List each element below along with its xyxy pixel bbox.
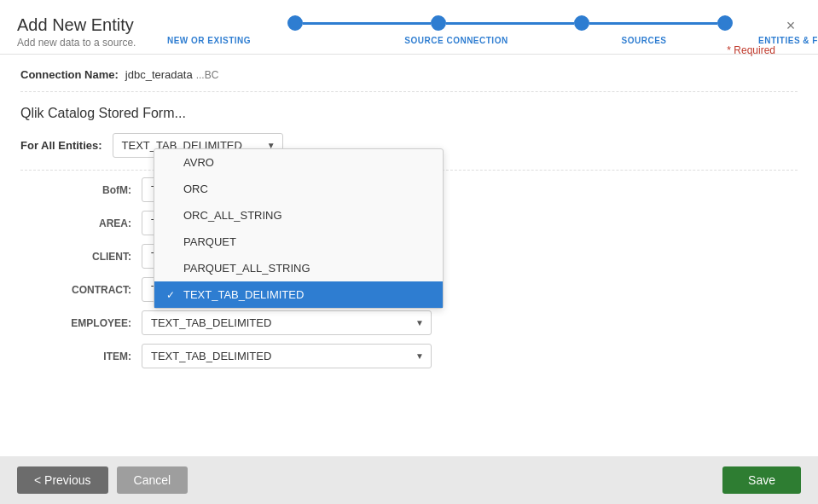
entity-row-employee: EMPLOYEE: TEXT_TAB_DELIMITED: [20, 310, 798, 335]
dropdown-label-text-tab-delimited: TEXT_TAB_DELIMITED: [183, 288, 304, 301]
step-line-3: [589, 22, 717, 25]
check-text-tab-delimited: ✓: [166, 289, 180, 301]
cancel-button[interactable]: Cancel: [117, 466, 189, 494]
entity-select-item[interactable]: TEXT_TAB_DELIMITED: [142, 344, 432, 368]
close-button[interactable]: ×: [780, 15, 801, 36]
connection-suffix: ...BC: [196, 69, 219, 81]
dropdown-item-parquet[interactable]: PARQUET: [154, 229, 443, 255]
dropdown-list: AVRO ORC ORC_ALL_STRING PARQUET PARQUET_…: [154, 148, 444, 309]
for-all-entities-label: For All Entities:: [20, 139, 102, 152]
step-dot-4: [717, 15, 733, 31]
dropdown-item-orc-all-string[interactable]: ORC_ALL_STRING: [154, 202, 443, 229]
step-line-2: [446, 22, 574, 25]
entity-select-employee[interactable]: TEXT_TAB_DELIMITED: [142, 310, 432, 335]
entity-name-contract: CONTRACT:: [20, 284, 131, 296]
connection-name-value: jdbc_teradata: [125, 68, 193, 81]
content-area: Connection Name: jdbc_teradata ...BC Qli…: [0, 55, 818, 391]
step-label-1: NEW OR EXISTING: [158, 36, 260, 45]
dropdown-item-parquet-all-string[interactable]: PARQUET_ALL_STRING: [154, 255, 443, 281]
step-label-3: SOURCES: [610, 36, 678, 45]
dropdown-item-orc[interactable]: ORC: [154, 176, 443, 202]
entity-value-item: TEXT_TAB_DELIMITED: [151, 350, 271, 362]
step-dot-1: [287, 15, 303, 31]
dropdown-item-avro[interactable]: AVRO: [154, 149, 443, 176]
dropdown-label-parquet-all-string: PARQUET_ALL_STRING: [183, 262, 310, 275]
steps-dots: [287, 15, 733, 31]
step-dot-2: [431, 15, 446, 31]
dropdown-label-avro: AVRO: [183, 156, 214, 169]
entity-name-item: ITEM:: [20, 350, 131, 362]
connection-name-label: Connection Name:: [20, 68, 119, 81]
entity-value-employee: TEXT_TAB_DELIMITED: [151, 316, 271, 329]
dropdown-item-text-tab-delimited[interactable]: ✓ TEXT_TAB_DELIMITED: [154, 281, 443, 308]
step-label-2: SOURCE CONNECTION: [388, 36, 525, 45]
footer: < Previous Cancel Save: [0, 456, 818, 504]
steps-labels: NEW OR EXISTING SOURCE CONNECTION SOURCE…: [196, 36, 818, 45]
wizard-steps: NEW OR EXISTING SOURCE CONNECTION SOURCE…: [196, 15, 818, 54]
page-title: Add New Entity: [17, 15, 196, 35]
step-line-1: [303, 22, 431, 25]
dropdown-label-orc-all-string: ORC_ALL_STRING: [183, 209, 282, 222]
save-button[interactable]: Save: [722, 466, 801, 494]
dropdown-label-orc: ORC: [183, 182, 208, 195]
section-title: Qlik Catalog Stored Form...: [20, 106, 798, 121]
entity-name-area: AREA:: [20, 217, 131, 229]
header: Add New Entity Add new data to a source.…: [0, 0, 818, 55]
previous-button[interactable]: < Previous: [17, 466, 108, 494]
entity-row-item: ITEM: TEXT_TAB_DELIMITED: [20, 344, 798, 368]
step-dot-3: [574, 15, 589, 31]
entity-name-bofm: BofM:: [20, 184, 131, 196]
entity-name-client: CLIENT:: [20, 251, 131, 263]
entity-name-employee: EMPLOYEE:: [20, 317, 131, 329]
connection-row: Connection Name: jdbc_teradata ...BC: [20, 68, 798, 92]
dropdown-label-parquet: PARQUET: [183, 235, 236, 248]
